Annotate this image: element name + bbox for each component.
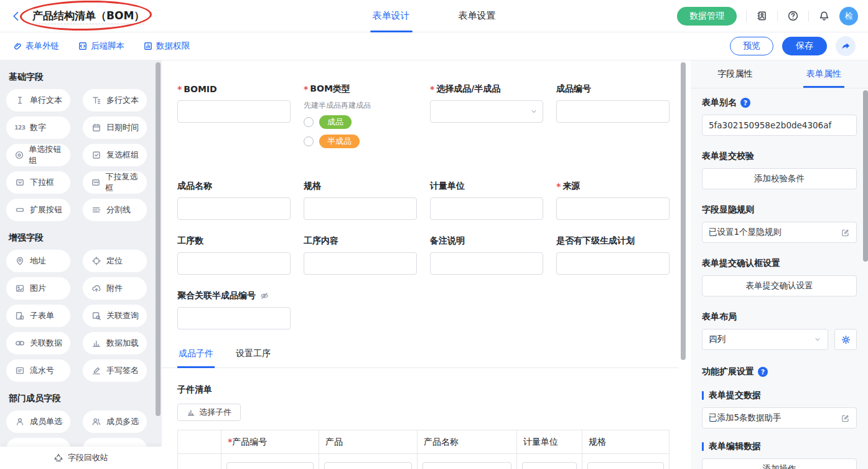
field-item-member-single[interactable]: 成员单选 xyxy=(6,410,70,433)
field-item-extend-button[interactable]: 扩展按钮 xyxy=(6,199,70,221)
field-item-address[interactable]: 地址 xyxy=(6,250,70,272)
field-item-single-text[interactable]: 单行文本 xyxy=(6,89,70,111)
help-question-icon[interactable]: ? xyxy=(758,367,768,377)
contacts-icon[interactable] xyxy=(756,10,768,22)
field-process-content[interactable]: 工序内容 xyxy=(304,235,417,275)
form-alias-input[interactable]: 5fa302150958e2b0de4306af xyxy=(702,115,857,136)
field-item-attachment[interactable]: 附件 xyxy=(83,277,147,300)
layout-settings-button[interactable] xyxy=(834,329,857,350)
field-product-code[interactable]: 成品编号 xyxy=(556,83,670,154)
submit-confirm-button[interactable]: 表单提交确认设置 xyxy=(702,275,857,296)
data-permission-link[interactable]: 数据权限 xyxy=(143,40,190,52)
sidebar-scrollbar[interactable] xyxy=(156,62,161,416)
add-operation-button[interactable]: 添加操作 xyxy=(702,458,857,469)
product-code-input[interactable] xyxy=(556,100,670,123)
field-product-name[interactable]: 成品名称 xyxy=(177,180,291,220)
canvas-scrollbar[interactable] xyxy=(681,62,686,360)
field-bom-type[interactable]: *BOM类型 先建半成品再建成品 成品 半成品 xyxy=(304,83,417,154)
tab-form-settings[interactable]: 表单设置 xyxy=(456,0,498,32)
field-item-member-multi[interactable]: 成员多选 xyxy=(83,410,147,433)
link-icon xyxy=(12,41,22,51)
field-item-number[interactable]: 123 数字 xyxy=(6,116,70,139)
cell-product-input[interactable] xyxy=(324,462,412,469)
field-agg-semi-code[interactable]: 聚合关联半成品编号 xyxy=(177,290,291,329)
form-external-link[interactable]: 表单外链 xyxy=(12,40,59,52)
field-item-label: 流水号 xyxy=(30,365,54,376)
cell-product-code-input[interactable] xyxy=(226,462,314,469)
unit-input[interactable] xyxy=(430,197,543,220)
visibility-rules-label: 字段显隐规则 xyxy=(702,204,857,216)
add-validation-button[interactable]: 添加校验条件 xyxy=(702,168,857,189)
help-question-icon[interactable]: ? xyxy=(740,98,750,108)
field-item-divider[interactable]: 分割线 xyxy=(83,199,147,221)
field-bomid[interactable]: *BOMID xyxy=(177,83,291,154)
tab-form-design[interactable]: 表单设计 xyxy=(370,0,413,32)
select-subpart-button[interactable]: 选择子件 xyxy=(177,404,241,421)
field-item-data-load[interactable]: 数据加载 xyxy=(83,332,147,354)
tab-field-properties[interactable]: 字段属性 xyxy=(691,60,780,88)
remark-input[interactable] xyxy=(430,252,543,275)
submit-data-box[interactable]: 已添加5条数据助手 xyxy=(702,407,857,429)
cell-product-name-input[interactable] xyxy=(422,462,511,469)
field-item-subform[interactable]: 子表单 xyxy=(6,305,70,327)
page-title[interactable]: 产品结构清单（BOM） xyxy=(32,9,144,24)
help-icon[interactable] xyxy=(787,10,799,22)
agg-semi-code-input[interactable] xyxy=(177,307,291,329)
bar-chart-icon xyxy=(187,408,195,417)
has-sub-plan-input[interactable] xyxy=(556,252,670,275)
spec-input[interactable] xyxy=(304,197,417,220)
field-item-checkbox-group[interactable]: 复选框组 xyxy=(83,144,147,166)
field-recycle-bin[interactable]: 字段回收站 xyxy=(0,447,162,469)
tab-set-process[interactable]: 设置工序 xyxy=(235,347,272,367)
cell-spec-input[interactable] xyxy=(587,462,664,469)
field-item-dropdown[interactable]: 下拉框 xyxy=(6,171,70,194)
field-item-serial-number[interactable]: 流水号 xyxy=(6,359,70,382)
share-button[interactable] xyxy=(836,36,856,56)
product-name-input[interactable] xyxy=(177,197,291,220)
data-manage-button[interactable]: 数据管理 xyxy=(677,7,737,26)
field-item-multi-text[interactable]: 多行文本 xyxy=(83,89,147,111)
cell-unit-input[interactable] xyxy=(522,462,577,469)
radio-semi-finished[interactable] xyxy=(304,136,314,146)
tab-finished-subparts[interactable]: 成品子件 xyxy=(177,347,215,367)
section-title-enhanced: 增强字段 xyxy=(9,232,162,244)
field-spec[interactable]: 规格 xyxy=(304,180,417,220)
field-item-label: 定位 xyxy=(106,255,123,267)
field-item-signature[interactable]: 手写签名 xyxy=(83,359,147,382)
source-input[interactable] xyxy=(556,197,670,220)
field-item-linked-data[interactable]: 关联数据 xyxy=(6,332,70,354)
field-item-lookup[interactable]: 关联查询 xyxy=(83,305,147,327)
backend-script-link[interactable]: 后端脚本 xyxy=(78,40,124,52)
required-mark: * xyxy=(430,84,434,94)
tag-semi-finished[interactable]: 半成品 xyxy=(319,135,360,148)
visibility-rules-box[interactable]: 已设置1个显隐规则 xyxy=(702,222,857,243)
process-content-input[interactable] xyxy=(304,252,417,275)
layout-select[interactable]: 四列 xyxy=(702,329,828,350)
field-has-sub-plan[interactable]: 是否有下级生成计划 xyxy=(556,235,670,275)
page-scrollbar[interactable] xyxy=(863,90,868,262)
process-count-input[interactable] xyxy=(177,252,291,275)
field-source[interactable]: *来源 xyxy=(556,180,670,220)
edit-pencil-icon[interactable] xyxy=(841,414,850,423)
user-avatar[interactable]: 检 xyxy=(839,7,858,26)
field-item-image[interactable]: 图片 xyxy=(6,277,70,300)
edit-pencil-icon[interactable] xyxy=(841,228,850,237)
tag-finished[interactable]: 成品 xyxy=(319,115,352,129)
preview-button[interactable]: 预览 xyxy=(730,37,773,55)
save-button[interactable]: 保存 xyxy=(782,37,827,55)
field-item-location[interactable]: 定位 xyxy=(83,250,147,272)
subform-title: 子件清单 xyxy=(177,384,678,396)
bomid-input[interactable] xyxy=(177,100,291,123)
field-unit[interactable]: 计量单位 xyxy=(430,180,543,220)
field-item-multi-dropdown[interactable]: 下拉复选框 xyxy=(83,171,147,194)
field-select-product[interactable]: *选择成品/半成品 xyxy=(430,83,543,154)
radio-finished[interactable] xyxy=(304,117,314,127)
field-process-count[interactable]: 工序数 xyxy=(177,235,291,275)
select-product-dropdown[interactable] xyxy=(430,100,543,123)
field-item-radio-group[interactable]: 单选按钮组 xyxy=(6,144,70,166)
tab-form-properties[interactable]: 表单属性 xyxy=(780,60,868,88)
back-icon[interactable] xyxy=(10,10,22,22)
field-item-datetime[interactable]: 日期时间 xyxy=(83,116,147,139)
field-remark[interactable]: 备注说明 xyxy=(430,235,543,275)
notification-bell-icon[interactable] xyxy=(818,10,830,22)
